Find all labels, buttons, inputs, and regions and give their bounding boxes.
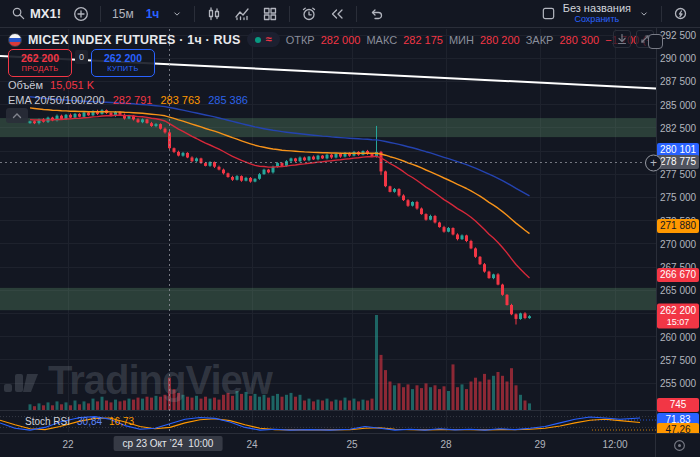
spread-value: 0: [75, 50, 88, 64]
symbol-search-button[interactable]: MX1!: [6, 3, 66, 25]
stoch-rsi-legend: Stoch RSI 30,84 16,73: [25, 416, 134, 427]
buy-label: КУПИТЬ: [107, 65, 138, 73]
symbol-label: MX1!: [30, 6, 61, 21]
price-axis[interactable]: 292 500290 000287 500285 000282 500277 5…: [656, 28, 700, 433]
price-tick: 260 000: [660, 331, 696, 342]
chevron-down-icon: [638, 8, 650, 20]
market-status-pill[interactable]: ≈: [247, 32, 280, 47]
bar-replay-button[interactable]: [324, 3, 350, 25]
price-tick: 277 500: [660, 169, 696, 180]
stoch-rsi-label: Stoch RSI: [25, 416, 70, 427]
indicators-icon: [234, 6, 250, 22]
alarm-clock-icon: [301, 6, 317, 22]
toolbar-divider: [356, 6, 357, 22]
high-value: 282 175: [403, 34, 443, 46]
time-tick: 25: [346, 439, 357, 450]
volume-legend-row: Объём 15,051 K: [8, 79, 94, 91]
indicators-button[interactable]: [229, 3, 255, 25]
symbol-legend-row: MICEX INDEX FUTURES · 1ч · RUS ≈ ОТКР282…: [8, 32, 687, 47]
layout-menu-button[interactable]: [633, 3, 655, 25]
ema-label: EMA 20/50/100/200: [8, 94, 105, 106]
layout-select-button[interactable]: [536, 3, 561, 25]
interval-15m-button[interactable]: 15м: [107, 3, 139, 25]
toolbar-divider: [661, 6, 662, 22]
toolbar-divider: [289, 6, 290, 22]
legend-collapse-button[interactable]: [6, 108, 28, 123]
axis-settings-button[interactable]: [672, 438, 687, 453]
symbol-title: MICEX INDEX FUTURES · 1ч · RUS: [28, 33, 241, 47]
layout-grid-button[interactable]: [257, 3, 283, 25]
chart-region: MICEX INDEX FUTURES · 1ч · RUS ≈ ОТКР282…: [0, 28, 700, 433]
quick-search-button[interactable]: [668, 3, 694, 25]
buy-button[interactable]: 262 200 КУПИТЬ: [91, 49, 155, 77]
toolbar-right: Без названия Сохранить: [536, 3, 694, 25]
sell-price: 262 200: [21, 53, 59, 65]
crosshair-date-tooltip: ср 23 Окт ’24 10:00: [114, 436, 223, 451]
market-open-dot-icon: [255, 37, 261, 43]
time-tick: 29: [534, 439, 545, 450]
save-layout-link[interactable]: Сохранить: [574, 15, 619, 24]
plus-circle-icon: [73, 6, 89, 22]
open-label: ОТКР: [286, 34, 315, 46]
price-tag: 278 775: [657, 155, 699, 169]
delayed-data-icon: ≈: [266, 34, 272, 45]
interval-menu-button[interactable]: [166, 3, 188, 25]
time-axis[interactable]: 222425282912:00ср 23 Окт ’24 10:00: [0, 433, 700, 457]
price-tag: 266 670: [657, 268, 699, 282]
chevron-down-icon: [171, 8, 183, 20]
time-tick: 24: [246, 439, 257, 450]
toolbar-divider: [194, 6, 195, 22]
layout-square-icon: [541, 6, 556, 21]
close-value: 280 300: [559, 34, 599, 46]
ema20-value: 282 791: [113, 94, 153, 106]
ema100-value: 285 386: [208, 94, 248, 106]
price-tick: 270 000: [660, 238, 696, 249]
price-tick: 265 000: [660, 285, 696, 296]
chevron-up-icon: [12, 112, 22, 120]
price-tick: 287 500: [660, 76, 696, 87]
time-tick: 22: [62, 439, 73, 450]
compare-add-button[interactable]: [68, 3, 94, 25]
alert-button[interactable]: [296, 3, 322, 25]
stoch-d-value: 16,73: [109, 416, 134, 427]
replay-icon: [329, 6, 345, 22]
interval-1h-button[interactable]: 1ч: [141, 3, 165, 25]
time-tick: 28: [440, 439, 451, 450]
price-tick: 285 000: [660, 99, 696, 110]
ohlc-values: ОТКР282 000 МАКС282 175 МИН280 200 ЗАКР2…: [286, 34, 600, 46]
quick-search-icon: [673, 6, 689, 22]
add-alert-plus-icon[interactable]: +: [645, 154, 662, 171]
chart-style-button[interactable]: [201, 3, 227, 25]
ema50-value: 283 763: [160, 94, 200, 106]
scroll-down-button[interactable]: [613, 30, 631, 48]
volume-value: 15,051 K: [50, 79, 94, 91]
axis-corner-divider: [655, 434, 656, 457]
chart-canvas[interactable]: [0, 28, 656, 433]
restore-scale-icon[interactable]: [648, 34, 663, 49]
price-tag: 271 880: [657, 219, 699, 233]
sell-label: ПРОДАТЬ: [22, 65, 59, 73]
price-tick: 257 500: [660, 354, 696, 365]
price-tick: 282 500: [660, 122, 696, 133]
top-toolbar: MX1! 15м 1ч: [0, 0, 700, 28]
stoch-k-value: 30,84: [77, 416, 102, 427]
volume-label: Объём: [8, 79, 43, 91]
gear-icon: [672, 438, 687, 453]
layout-name-stack[interactable]: Без названия Сохранить: [563, 3, 631, 24]
close-label: ЗАКР: [526, 34, 554, 46]
countdown-timer: 15:07: [657, 317, 699, 328]
buy-price: 262 200: [104, 53, 142, 65]
sell-button[interactable]: 262 200 ПРОДАТЬ: [8, 49, 72, 77]
price-tick: 292 500: [660, 30, 696, 41]
high-label: МАКС: [366, 34, 397, 46]
time-tick: 12:00: [602, 439, 627, 450]
price-tag: 745: [657, 398, 699, 412]
russia-flag-icon: [8, 33, 22, 47]
price-tick: 290 000: [660, 53, 696, 64]
toolbar-divider: [100, 6, 101, 22]
price-tick: 255 000: [660, 378, 696, 389]
undo-button[interactable]: [363, 3, 389, 25]
layout-name: Без названия: [563, 3, 631, 15]
trade-panel: 262 200 ПРОДАТЬ 0 262 200 КУПИТЬ: [8, 49, 155, 77]
grid-layout-icon: [262, 6, 278, 22]
